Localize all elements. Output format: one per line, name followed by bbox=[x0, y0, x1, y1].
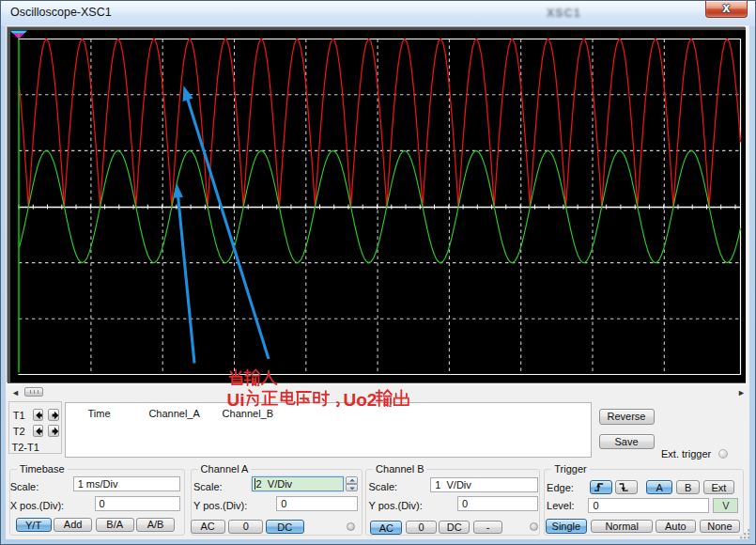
svg-text:Ui: Ui bbox=[227, 390, 245, 410]
svg-text:Uo2: Uo2 bbox=[344, 390, 378, 410]
